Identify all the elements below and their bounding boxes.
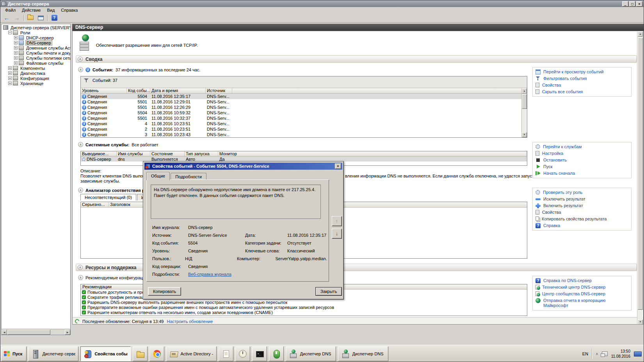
event-row[interactable]: iСведения 5501 11.08.2016 12:29:01 DNS-S… bbox=[81, 99, 527, 105]
tree-item[interactable]: + Хранилище bbox=[2, 81, 70, 86]
tree-expander-icon[interactable]: + bbox=[14, 61, 18, 65]
event-row[interactable]: iСведения 5504 11.08.2016 12:35:17 DNS-S… bbox=[81, 94, 527, 99]
tree-expander-icon[interactable]: + bbox=[14, 56, 18, 60]
tree-item[interactable]: + Компоненты bbox=[2, 66, 70, 71]
action-link[interactable]: Центр сообщества DNS-сервер bbox=[535, 291, 631, 296]
action-link[interactable]: Справка по DNS-сервер bbox=[535, 278, 631, 283]
taskbar-button[interactable]: Диспетчер DNS bbox=[286, 346, 336, 361]
action-link[interactable]: Настройка bbox=[535, 151, 631, 156]
restore-button[interactable]: □ bbox=[629, 1, 635, 7]
action-link[interactable]: Остановить bbox=[535, 158, 631, 163]
tree-root[interactable]: Диспетчер сервера (SERVERYATPP) bbox=[2, 25, 70, 30]
main-scrollbar[interactable]: ▲ ▼ bbox=[637, 32, 643, 325]
taskbar-button[interactable] bbox=[149, 346, 164, 361]
scroll-down-arrow[interactable]: ▼ bbox=[522, 132, 527, 137]
action-link[interactable]: Фильтровать события bbox=[535, 76, 631, 81]
column-header[interactable]: Дата и время bbox=[150, 88, 206, 93]
event-row[interactable]: iСведения 3 11.08.2016 10:23:43 DNS-Serv… bbox=[81, 132, 527, 137]
collapse-chevron-icon[interactable]: ∧ bbox=[78, 265, 83, 270]
taskbar-button[interactable] bbox=[235, 346, 250, 361]
tree-expander-icon[interactable]: + bbox=[14, 46, 18, 50]
tree-expander-icon[interactable]: − bbox=[8, 31, 12, 34]
network-tray-icon[interactable] bbox=[602, 351, 608, 356]
action-link[interactable]: Исключить результат bbox=[535, 197, 631, 202]
taskbar-button[interactable]: Диспетчер DNS bbox=[338, 346, 388, 361]
minimize-button[interactable]: _ bbox=[622, 1, 628, 7]
column-header[interactable]: Тип запуска bbox=[185, 151, 218, 156]
action-link[interactable]: Отправка отчета в корпорацию Майкрософт bbox=[535, 298, 631, 308]
taskbar-button[interactable] bbox=[269, 346, 284, 361]
console-view-button[interactable] bbox=[36, 14, 45, 22]
scrollbar-thumb[interactable] bbox=[7, 330, 50, 335]
action-link[interactable]: Проверить эту роль bbox=[535, 190, 631, 195]
column-header[interactable]: Состояние bbox=[150, 151, 185, 156]
tree-expander-icon[interactable]: + bbox=[8, 71, 12, 75]
bpa-tab[interactable]: Несоответствующий (0) bbox=[80, 194, 136, 201]
dialog-titlebar[interactable]: Свойства событий - Событие 5504, DNS-Ser… bbox=[144, 163, 342, 170]
tree-item[interactable]: − Роли bbox=[2, 30, 70, 35]
tree-item[interactable]: + Конфигурация bbox=[2, 76, 70, 81]
action-link[interactable]: Начать сначала bbox=[535, 171, 631, 176]
collapse-chevron-icon[interactable]: ∧ bbox=[78, 142, 83, 147]
help-button[interactable]: ? bbox=[50, 14, 59, 22]
column-header[interactable]: Источник bbox=[206, 88, 232, 93]
scroll-left-arrow[interactable]: ◀ bbox=[2, 330, 7, 335]
copy-button[interactable]: Копировать bbox=[148, 287, 181, 296]
column-header[interactable]: Серьезно... bbox=[81, 202, 109, 207]
collapse-chevron-icon[interactable]: ∧ bbox=[78, 275, 83, 280]
column-header[interactable]: Имя службы bbox=[117, 151, 150, 156]
action-link[interactable]: Перейти к службам bbox=[535, 144, 631, 149]
previous-event-button[interactable]: ↑ bbox=[332, 216, 342, 226]
action-link[interactable]: Скрыть все события bbox=[535, 89, 631, 94]
taskbar-button[interactable] bbox=[133, 346, 148, 361]
event-row[interactable]: iСведения 2 11.08.2016 10:23:51 DNS-Serv… bbox=[81, 126, 527, 132]
tree-expander-icon[interactable]: + bbox=[14, 41, 18, 44]
action-link[interactable]: Свойства bbox=[535, 210, 631, 215]
tree-expander-icon[interactable]: + bbox=[14, 36, 18, 39]
taskbar-button[interactable]: Свойства событий... bbox=[80, 346, 131, 361]
taskbar-button[interactable]: Диспетчер сервера bbox=[28, 346, 78, 361]
dialog-tab[interactable]: Общие bbox=[146, 172, 170, 180]
action-link[interactable]: Технический центр DNS-сервер bbox=[535, 285, 631, 290]
column-header[interactable]: Код собы... bbox=[127, 88, 150, 93]
column-header[interactable]: Выводимое... bbox=[81, 151, 117, 156]
collapse-chevron-icon[interactable]: ∧ bbox=[78, 188, 83, 193]
events-scrollbar[interactable]: ▲ ▼ bbox=[521, 89, 527, 137]
dialog-close-button[interactable]: × bbox=[335, 163, 341, 169]
scroll-right-arrow[interactable]: ▶ bbox=[65, 330, 70, 335]
tray-clock[interactable]: 13:50 11.08.2016 bbox=[611, 349, 630, 359]
menu-item[interactable]: Файл bbox=[2, 7, 19, 13]
tree-expander-icon[interactable]: + bbox=[14, 51, 18, 55]
tree-item[interactable]: + Доменные службы Active Dire bbox=[2, 45, 70, 50]
action-link[interactable]: Свойства bbox=[535, 83, 631, 88]
tree-item[interactable]: + DNS-сервер bbox=[2, 40, 70, 45]
recommendation-row[interactable]: ✓ Разрешить DNS-серверу выполнять разреш… bbox=[81, 300, 527, 305]
tree-item[interactable]: + Диагностика bbox=[2, 71, 70, 76]
menu-item[interactable]: Действие bbox=[19, 7, 44, 13]
column-header[interactable]: Уровень bbox=[81, 88, 127, 93]
tree-item[interactable]: + Службы политики сети и дост bbox=[2, 55, 70, 60]
event-row[interactable]: iСведения 5504 11.08.2016 10:59:32 DNS-S… bbox=[81, 110, 527, 115]
window-titlebar[interactable]: Диспетчер сервера _ □ × bbox=[0, 0, 644, 7]
action-link[interactable]: Перейти к просмотру событий bbox=[535, 69, 631, 75]
show-desktop-button[interactable] bbox=[634, 351, 642, 357]
collapse-chevron-icon[interactable]: ∧ bbox=[78, 57, 83, 62]
tree-item[interactable]: + Файловые службы bbox=[2, 60, 70, 66]
recommendation-row[interactable]: ✓ Разрешите компьютерам отвечать на неск… bbox=[81, 310, 527, 315]
action-link[interactable]: Копировать свойства результата bbox=[535, 216, 631, 222]
language-indicator[interactable]: EN bbox=[582, 351, 588, 356]
show-hidden-icons-chevron[interactable]: ∧ bbox=[596, 352, 598, 356]
tree-horizontal-scrollbar[interactable]: ◀ ▶ bbox=[2, 329, 70, 335]
close-button[interactable]: × bbox=[636, 1, 642, 7]
forward-button[interactable]: → bbox=[12, 14, 21, 22]
action-link[interactable]: Справка bbox=[535, 223, 631, 228]
close-button[interactable]: Закрыть bbox=[315, 287, 342, 296]
tree-expander-icon[interactable]: + bbox=[8, 82, 12, 85]
scroll-up-arrow[interactable]: ▲ bbox=[522, 89, 527, 94]
recommendation-row[interactable]: ✓ Предотвратите возможные ошибки разреше… bbox=[81, 305, 527, 310]
scrollbar-thumb[interactable] bbox=[522, 94, 527, 109]
scroll-up-arrow[interactable]: ▲ bbox=[638, 32, 643, 37]
scroll-down-arrow[interactable]: ▼ bbox=[638, 319, 643, 325]
action-link[interactable]: Включить результат bbox=[535, 203, 631, 208]
next-event-button[interactable]: ↓ bbox=[332, 229, 342, 239]
